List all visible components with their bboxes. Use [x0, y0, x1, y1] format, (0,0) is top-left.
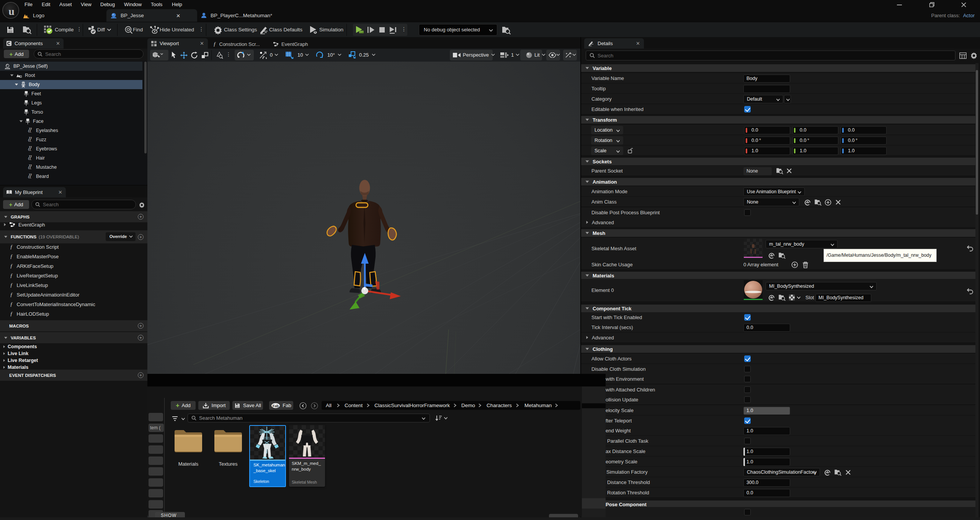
svg-text:u: u	[8, 5, 15, 17]
svg-text:Fab: Fab	[273, 404, 279, 408]
